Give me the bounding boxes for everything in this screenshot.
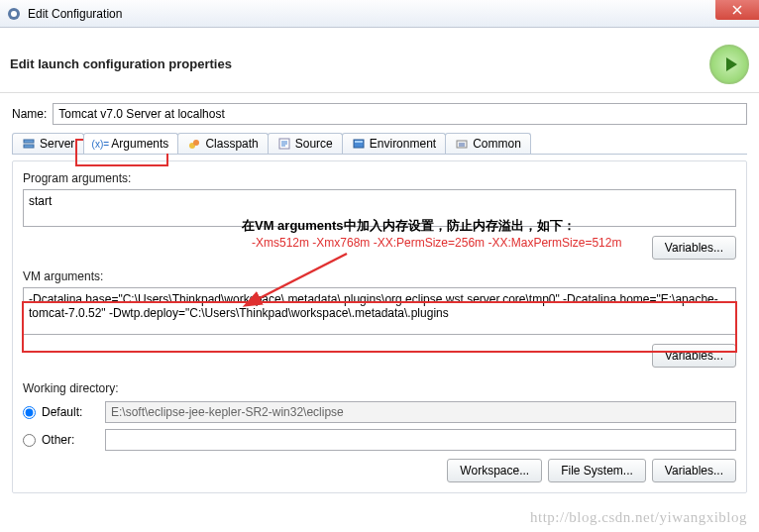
tab-server-label: Server	[40, 137, 74, 151]
tab-common[interactable]: Common	[445, 133, 531, 154]
workdir-other-input[interactable]	[105, 429, 736, 451]
header: Edit launch configuration properties	[0, 28, 759, 93]
environment-icon	[352, 137, 366, 151]
svg-rect-3	[24, 145, 34, 148]
program-args-variables-button[interactable]: Variables...	[652, 236, 736, 260]
tab-source-label: Source	[295, 137, 333, 151]
tab-common-label: Common	[473, 137, 521, 151]
common-icon	[455, 137, 469, 151]
program-args-textarea[interactable]	[23, 189, 736, 227]
working-directory-section: Working directory: Default: Other: Works…	[23, 381, 736, 482]
vm-args-variables-button[interactable]: Variables...	[652, 344, 736, 368]
svg-rect-8	[355, 141, 363, 143]
source-icon	[277, 137, 291, 151]
name-input[interactable]	[53, 103, 747, 125]
tab-server[interactable]: Server	[12, 133, 84, 154]
classpath-icon	[187, 137, 201, 151]
vm-args-label: VM arguments:	[23, 269, 736, 283]
workdir-buttons: Workspace... File System... Variables...	[23, 459, 736, 482]
name-label: Name:	[12, 107, 47, 121]
tabs: Server (x)= Arguments Classpath Source E…	[12, 133, 747, 155]
close-button[interactable]	[715, 0, 759, 20]
vm-args-textarea[interactable]	[23, 287, 736, 335]
workdir-default-radio[interactable]	[23, 406, 36, 419]
workdir-variables-button[interactable]: Variables...	[652, 459, 736, 482]
workdir-default-input	[105, 401, 736, 423]
titlebar: Edit Configuration	[0, 0, 759, 28]
name-row: Name:	[12, 103, 747, 125]
tab-environment-label: Environment	[370, 137, 436, 151]
arguments-group: Program arguments: Variables... VM argum…	[12, 160, 747, 493]
window-title: Edit Configuration	[28, 7, 122, 21]
program-arguments-section: Program arguments: Variables...	[23, 171, 736, 260]
tab-classpath[interactable]: Classpath	[177, 133, 268, 154]
workdir-label: Working directory:	[23, 381, 736, 395]
tab-classpath-label: Classpath	[205, 137, 258, 151]
svg-point-1	[11, 11, 17, 17]
watermark: http://blog.csdn.net/yiwangxiblog	[530, 509, 747, 526]
app-icon	[6, 6, 22, 22]
vm-arguments-section: VM arguments: Variables...	[23, 269, 736, 368]
run-button[interactable]	[709, 45, 749, 84]
tab-arguments-label: Arguments	[111, 137, 168, 151]
workdir-default-label: Default:	[42, 405, 99, 419]
workdir-other-row: Other:	[23, 429, 736, 451]
program-args-label: Program arguments:	[23, 171, 736, 185]
workdir-default-row: Default:	[23, 401, 736, 423]
filesystem-button[interactable]: File System...	[548, 459, 646, 482]
workspace-button[interactable]: Workspace...	[447, 459, 542, 482]
tab-environment[interactable]: Environment	[342, 133, 446, 154]
workdir-other-radio[interactable]	[23, 434, 36, 447]
tab-arguments[interactable]: (x)= Arguments	[83, 133, 178, 154]
server-icon	[22, 137, 36, 151]
svg-point-5	[193, 140, 199, 146]
arguments-icon: (x)=	[93, 137, 107, 151]
tab-source[interactable]: Source	[268, 133, 343, 154]
workdir-other-label: Other:	[42, 433, 99, 447]
header-title: Edit launch configuration properties	[10, 56, 232, 71]
svg-rect-2	[24, 140, 34, 143]
